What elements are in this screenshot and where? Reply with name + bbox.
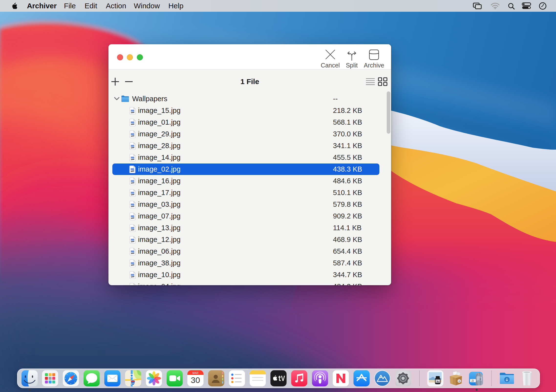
svg-text:MAR: MAR — [192, 371, 199, 374]
svg-text:280: 280 — [131, 382, 135, 384]
svg-text:30: 30 — [191, 375, 200, 385]
svg-text:ZI: ZI — [471, 379, 474, 382]
